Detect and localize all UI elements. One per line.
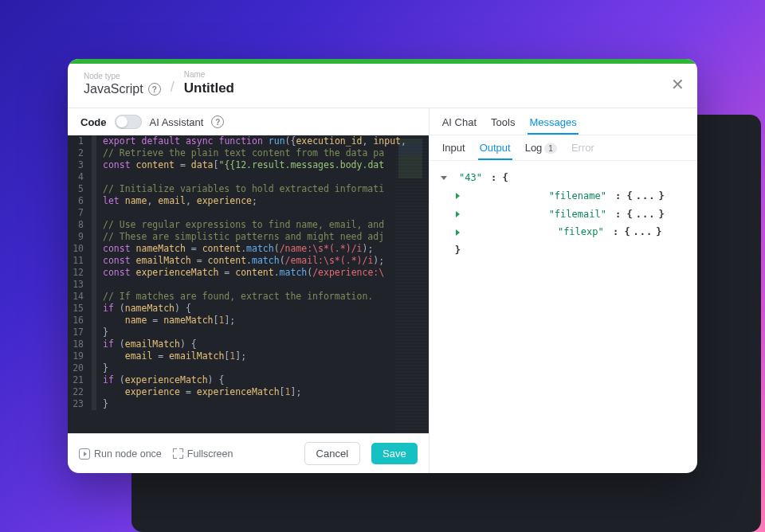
json-close-brace: } [441,241,686,260]
play-icon [79,448,90,460]
code-line[interactable]: 22 experience = experienceMatch[1]; [68,386,429,398]
chevron-right-icon[interactable] [456,211,537,217]
help-icon[interactable]: ? [148,83,161,96]
code-line[interactable]: 18if (emailMatch) { [68,338,429,350]
fullscreen-icon [173,448,183,459]
subtab-input[interactable]: Input [442,142,465,160]
node-type-label: Node type [84,72,161,80]
code-line[interactable]: 8// Use regular expressions to find name… [68,219,429,231]
code-toolbar: Code AI Assistant ? [68,108,429,135]
code-line[interactable]: 16 name = nameMatch[1]; [68,315,429,327]
node-name-value[interactable]: Untitled [184,80,234,96]
ai-assistant-toggle[interactable] [115,115,142,129]
ai-assistant-label: AI Assistant [150,116,204,128]
node-editor-modal: Node type JavaScript ? / Name Untitled ✕… [68,59,697,473]
chevron-right-icon[interactable] [456,193,537,199]
code-line[interactable]: 5// Initialize variables to hold extract… [68,183,429,195]
code-line[interactable]: 2// Retrieve the plain text content from… [68,147,429,159]
name-label: Name [184,70,234,79]
close-icon[interactable]: ✕ [671,75,685,94]
code-line[interactable]: 3const content = data["{{12.result.messa… [68,159,429,171]
modal-header: Node type JavaScript ? / Name Untitled ✕ [68,64,697,108]
fullscreen-button[interactable]: Fullscreen [173,448,233,460]
code-line[interactable]: 23} [68,398,429,410]
subtab-log[interactable]: Log1 [525,142,557,160]
tab-tools[interactable]: Tools [491,116,515,135]
code-line[interactable]: 1export default async function run({exec… [68,135,429,147]
code-label: Code [80,116,107,128]
code-line[interactable]: 9// These are simplistic patterns and mi… [68,231,429,243]
code-line[interactable]: 20} [68,362,429,374]
save-button[interactable]: Save [371,443,418,464]
code-line[interactable]: 11const emailMatch = content.match(/emai… [68,255,429,267]
code-line[interactable]: 7 [68,207,429,219]
right-tabs-top: AI ChatToolsMessages [430,108,697,135]
code-line[interactable]: 13 [68,279,429,291]
json-child-row[interactable]: "filename" : {...} [441,187,686,205]
code-line[interactable]: 12const experienceMatch = content.match(… [68,267,429,279]
left-panel: Code AI Assistant ? 1export default asyn… [68,108,430,473]
fullscreen-label: Fullscreen [187,448,233,460]
code-line[interactable]: 4 [68,171,429,183]
right-tabs-sub: InputOutputLog1Error [430,135,697,160]
right-panel: AI ChatToolsMessages InputOutputLog1Erro… [430,108,697,473]
tab-ai-chat[interactable]: AI Chat [442,116,477,135]
code-line[interactable]: 6let name, email, experience; [68,195,429,207]
help-icon[interactable]: ? [211,115,224,128]
code-line[interactable]: 14// If matches are found, extract the i… [68,291,429,303]
cancel-button[interactable]: Cancel [304,442,360,465]
code-editor[interactable]: 1export default async function run({exec… [68,135,429,433]
breadcrumb-separator: / [171,79,175,96]
tab-messages[interactable]: Messages [529,116,576,135]
badge: 1 [544,143,557,154]
code-line[interactable]: 19 email = emailMatch[1]; [68,350,429,362]
code-line[interactable]: 15if (nameMatch) { [68,303,429,315]
chevron-right-icon[interactable] [456,229,546,236]
code-line[interactable]: 21if (experienceMatch) { [68,374,429,386]
left-footer: Run node once Fullscreen Cancel Save [68,433,429,473]
json-child-row[interactable]: "filemail" : {...} [441,205,686,224]
chevron-down-icon[interactable] [441,176,447,180]
code-line[interactable]: 10const nameMatch = content.match(/name:… [68,243,429,255]
run-node-once-button[interactable]: Run node once [79,448,162,460]
subtab-error: Error [571,142,594,160]
run-node-once-label: Run node once [94,448,162,460]
json-child-row[interactable]: "filexp" : {...} [441,223,686,241]
subtab-output[interactable]: Output [480,142,511,160]
code-line[interactable]: 17} [68,327,429,338]
json-root-row[interactable]: "43" : { [441,169,686,187]
json-output-view[interactable]: "43" : { "filename" : {...} "filemail" :… [430,161,697,473]
node-type-value: JavaScript [84,82,143,96]
